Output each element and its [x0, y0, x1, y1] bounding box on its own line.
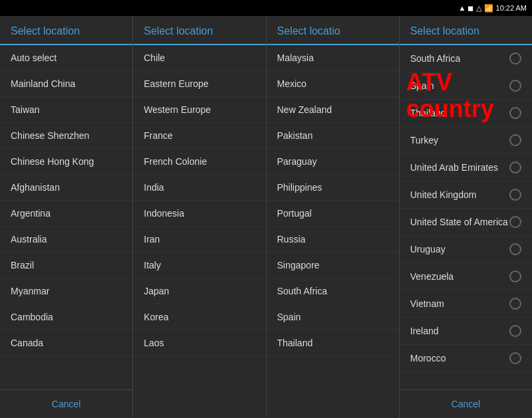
list-item-label: Italy: [144, 260, 161, 270]
list-item-label: United Kingdom: [410, 189, 477, 200]
list-item[interactable]: Eastern Europe: [133, 71, 265, 97]
list-item-label: Paraguay: [277, 156, 317, 167]
list-item-label: Laos: [144, 338, 164, 348]
list-item[interactable]: Russia: [267, 227, 399, 253]
radio-button[interactable]: [509, 161, 521, 173]
list-item[interactable]: India: [133, 175, 265, 201]
radio-button[interactable]: [509, 80, 521, 92]
list-item-label: Uruguay: [410, 244, 446, 255]
list-item[interactable]: Spain: [400, 72, 532, 100]
radio-button[interactable]: [509, 216, 521, 228]
radio-button[interactable]: [509, 52, 521, 64]
list-item[interactable]: South Africa: [400, 45, 532, 72]
list-item[interactable]: Indonesia: [133, 201, 265, 227]
list-item-label: Singapore: [277, 260, 320, 270]
list-item-label: Venezuela: [410, 271, 454, 282]
list-item[interactable]: Canada: [0, 330, 132, 356]
list-item[interactable]: Afghanistan: [0, 175, 132, 201]
list-item[interactable]: Spain: [267, 304, 399, 330]
list-item[interactable]: Cambodia: [0, 304, 132, 330]
list-item[interactable]: Thailand: [400, 100, 532, 127]
list-item-label: Auto select: [11, 52, 57, 63]
list-item[interactable]: Malaysia: [267, 45, 399, 71]
panel-header-3: Select locatio: [267, 16, 399, 45]
panel-title-4: Select location: [410, 25, 479, 37]
list-item[interactable]: Venezuela: [400, 263, 532, 290]
cancel-button[interactable]: Cancel: [52, 399, 81, 409]
panel-title-1: Select location: [11, 25, 80, 37]
list-item[interactable]: United Kingdom: [400, 181, 532, 209]
time-display: 10:22 AM: [496, 4, 527, 12]
list-item[interactable]: United Arab Emirates: [400, 154, 532, 181]
list-item[interactable]: New Zealand: [267, 97, 399, 123]
list-item-label: Portugal: [277, 208, 312, 219]
list-item[interactable]: Chinese Hong Kong: [0, 149, 132, 175]
list-item[interactable]: Taiwan: [0, 97, 132, 123]
list-item[interactable]: Korea: [133, 304, 265, 330]
list-item[interactable]: Pakistan: [267, 123, 399, 149]
list-item[interactable]: French Colonie: [133, 149, 265, 175]
list-item-label: Chinese Hong Kong: [11, 156, 94, 167]
list-item-label: New Zealand: [277, 104, 332, 115]
list-item-label: Australia: [11, 234, 47, 245]
panel-title-2: Select location: [144, 25, 213, 37]
list-item-label: Japan: [144, 286, 169, 296]
list-item[interactable]: South Africa: [267, 278, 399, 304]
radio-button[interactable]: [509, 270, 521, 282]
status-bar: ▲ ◼ △ 📶 10:22 AM: [0, 0, 532, 16]
list-item[interactable]: Australia: [0, 227, 132, 253]
list-item[interactable]: Chinese Shenzhen: [0, 123, 132, 149]
list-item[interactable]: Italy: [133, 253, 265, 278]
list-item[interactable]: Myanmar: [0, 278, 132, 304]
list-item[interactable]: Morocco: [400, 345, 532, 372]
list-item[interactable]: Argentina: [0, 201, 132, 227]
list-item-label: Russia: [277, 234, 306, 245]
list-item[interactable]: Thailand: [267, 330, 399, 356]
list-item-label: Turkey: [410, 135, 438, 146]
list-item[interactable]: Mexico: [267, 71, 399, 97]
list-item[interactable]: Ireland: [400, 318, 532, 345]
list-item-label: South Africa: [410, 53, 461, 64]
panel-list-1: Auto selectMainland ChinaTaiwanChinese S…: [0, 45, 132, 389]
radio-button[interactable]: [509, 325, 521, 337]
list-item-label: Pakistan: [277, 130, 313, 141]
cancel-button[interactable]: Cancel: [452, 399, 481, 409]
list-item[interactable]: Vietnam: [400, 290, 532, 318]
list-item[interactable]: Singapore: [267, 253, 399, 278]
list-item[interactable]: Brazil: [0, 253, 132, 278]
list-item[interactable]: Philippines: [267, 175, 399, 201]
list-item[interactable]: Japan: [133, 278, 265, 304]
list-item[interactable]: Portugal: [267, 201, 399, 227]
panel-list-3: MalaysiaMexicoNew ZealandPakistanParagua…: [267, 45, 399, 418]
list-item[interactable]: United State of America: [400, 209, 532, 236]
radio-button[interactable]: [509, 352, 521, 364]
radio-button[interactable]: [509, 134, 521, 146]
list-item[interactable]: Western Europe: [133, 97, 265, 123]
list-item[interactable]: Chile: [133, 45, 265, 71]
list-item-label: Iran: [144, 234, 160, 245]
list-item-label: Malaysia: [277, 52, 314, 63]
radio-button[interactable]: [509, 243, 521, 255]
list-item-label: France: [144, 130, 173, 141]
list-item-label: Eastern Europe: [144, 78, 208, 89]
panel-header-2: Select location: [133, 16, 265, 45]
list-item-label: Spain: [277, 312, 301, 322]
list-item-label: Cambodia: [11, 312, 53, 322]
list-item-label: Brazil: [11, 260, 34, 270]
list-item[interactable]: Iran: [133, 227, 265, 253]
radio-button[interactable]: [509, 189, 521, 201]
list-item[interactable]: Uruguay: [400, 236, 532, 263]
list-item-label: Philippines: [277, 182, 323, 193]
list-item-label: Chinese Shenzhen: [11, 130, 89, 141]
list-item[interactable]: Auto select: [0, 45, 132, 71]
list-item[interactable]: Laos: [133, 330, 265, 356]
list-item[interactable]: Mainland China: [0, 71, 132, 97]
list-item[interactable]: France: [133, 123, 265, 149]
list-item-label: Chile: [144, 52, 165, 63]
radio-button[interactable]: [509, 107, 521, 119]
list-item[interactable]: Turkey: [400, 127, 532, 154]
list-item[interactable]: Paraguay: [267, 149, 399, 175]
radio-button[interactable]: [509, 298, 521, 310]
list-item-label: Vietnam: [410, 298, 444, 309]
list-item-label: United State of America: [410, 217, 508, 227]
